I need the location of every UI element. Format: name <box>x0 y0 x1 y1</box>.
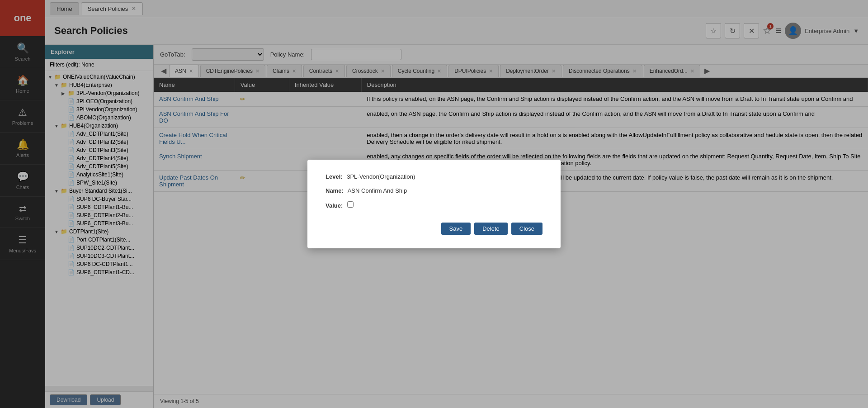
modal-save-button[interactable]: Save <box>441 223 471 235</box>
modal-dialog: Level: 3PL-Vendor(Organization) Name: AS… <box>307 160 561 248</box>
modal-delete-button[interactable]: Delete <box>474 223 508 235</box>
modal-name-label: Name: <box>326 187 344 194</box>
modal-level-label: Level: <box>326 173 343 180</box>
modal-overlay: Level: 3PL-Vendor(Organization) Name: AS… <box>0 0 868 408</box>
modal-value-field: Value: <box>326 201 542 209</box>
modal-value-checkbox[interactable] <box>347 201 354 208</box>
modal-level-value: 3PL-Vendor(Organization) <box>347 173 415 180</box>
modal-level-field: Level: 3PL-Vendor(Organization) <box>326 173 542 180</box>
modal-name-field: Name: ASN Confirm And Ship <box>326 187 542 194</box>
modal-value-label: Value: <box>326 202 343 209</box>
modal-close-button[interactable]: Close <box>511 223 542 235</box>
modal-name-value: ASN Confirm And Ship <box>348 187 407 194</box>
modal-actions: Save Delete Close <box>326 223 542 235</box>
